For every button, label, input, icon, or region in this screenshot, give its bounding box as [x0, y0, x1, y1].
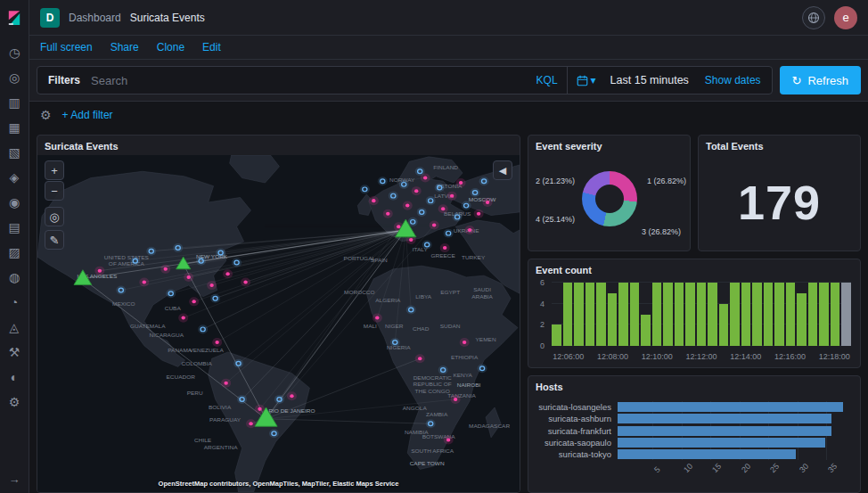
event-count-bar[interactable]: [741, 283, 751, 346]
user-avatar[interactable]: e: [834, 6, 857, 29]
sidebar-item-machine-learning[interactable]: ◉: [3, 192, 27, 212]
svg-text:NICARAGUA: NICARAGUA: [149, 332, 184, 338]
zoom-out-button[interactable]: −: [45, 181, 64, 201]
event-count-bar[interactable]: [685, 283, 695, 346]
event-count-bar[interactable]: [730, 283, 740, 346]
edit-button[interactable]: Edit: [202, 41, 221, 53]
query-bar: Filters KQL ▾ Last 15 minutes Show dates…: [29, 60, 868, 102]
maps-icon: ◈: [10, 170, 20, 185]
sidebar-item-management[interactable]: ⚙: [3, 391, 27, 412]
severity-label-2: 2 (21.23%): [536, 177, 575, 185]
breadcrumb-dashboard[interactable]: Dashboard: [69, 12, 121, 24]
svg-text:EGYPT: EGYPT: [440, 289, 460, 295]
main-column: D Dashboard Suricata Events e Full scree…: [29, 0, 868, 493]
event-count-bar[interactable]: [574, 283, 584, 346]
draw-filter-button[interactable]: ✎: [45, 230, 64, 250]
kibana-logo[interactable]: [0, 0, 29, 36]
svg-text:CHILE: CHILE: [194, 438, 211, 444]
event-count-bar[interactable]: [764, 283, 774, 346]
x-tick-label: 30: [798, 462, 810, 474]
sidebar-item-uptime[interactable]: ◔: [3, 292, 27, 312]
space-badge[interactable]: D: [40, 8, 60, 28]
svg-text:TURKEY: TURKEY: [462, 254, 485, 260]
sidebar-item-apm[interactable]: ◍: [3, 267, 27, 287]
refresh-label: Refresh: [807, 74, 848, 87]
sidebar-item-visualize[interactable]: ▥: [3, 92, 27, 112]
event-count-bar[interactable]: [841, 283, 851, 346]
event-count-bar[interactable]: [752, 283, 762, 346]
sidebar-item-recently-viewed[interactable]: ◷: [3, 42, 27, 62]
host-bar[interactable]: [618, 402, 843, 412]
clone-button[interactable]: Clone: [157, 41, 184, 53]
host-bar[interactable]: [618, 449, 796, 459]
globe-icon: [807, 12, 820, 24]
hosts-bars: suricata-losangelessuricata-ashburnsuric…: [536, 401, 849, 460]
share-button[interactable]: Share: [111, 41, 139, 53]
collapse-nav-button[interactable]: →: [9, 472, 20, 486]
refresh-button[interactable]: ↻ Refresh: [780, 66, 861, 94]
kql-language-button[interactable]: KQL: [528, 74, 567, 86]
severity-donut-chart[interactable]: [582, 171, 637, 226]
sidebar-item-infrastructure[interactable]: ▤: [3, 217, 27, 237]
event-count-bar[interactable]: [563, 283, 573, 346]
event-count-bar[interactable]: [663, 283, 673, 346]
discover-icon: ◎: [9, 70, 20, 85]
event-count-bar[interactable]: [630, 283, 640, 346]
svg-text:RIO DE JANEIRO: RIO DE JANEIRO: [268, 407, 315, 414]
sidebar-item-canvas[interactable]: ▧: [3, 142, 27, 162]
sidebar-item-siem[interactable]: ◬: [3, 316, 27, 337]
event-count-bar[interactable]: [719, 304, 729, 346]
x-tick-label: 12:16:00: [774, 352, 806, 361]
host-bar[interactable]: [618, 414, 831, 423]
host-bar[interactable]: [618, 438, 825, 448]
event-count-bar[interactable]: [786, 283, 796, 346]
event-count-bar[interactable]: [608, 293, 618, 346]
svg-text:UNITED STATES: UNITED STATES: [104, 254, 149, 260]
sidebar-item-discover[interactable]: ◎: [3, 67, 27, 87]
sidebar-item-maps[interactable]: ◈: [3, 167, 27, 187]
event-count-bar[interactable]: [618, 283, 628, 346]
event-count-bar[interactable]: [797, 293, 807, 346]
event-count-bar[interactable]: [585, 283, 595, 346]
event-count-bar[interactable]: [675, 283, 684, 346]
event-count-bar[interactable]: [552, 325, 561, 346]
sidebar-item-stack-monitoring[interactable]: ◐: [3, 366, 27, 387]
event-count-bar[interactable]: [641, 315, 651, 347]
host-bar[interactable]: [618, 426, 831, 436]
event-count-bar[interactable]: [596, 283, 606, 346]
sidebar-item-dev-tools[interactable]: ⚒: [3, 341, 27, 362]
event-count-bar[interactable]: [831, 283, 840, 346]
event-count-x-axis: 12:06:0012:08:0012:10:0012:12:0012:14:00…: [552, 352, 851, 363]
svg-text:PARAGUAY: PARAGUAY: [209, 416, 241, 423]
left-nav: ◷◎▥▦▧◈◉▤▨◍◔◬⚒◐⚙ →: [0, 0, 29, 493]
total-events-value: 179: [699, 153, 860, 251]
host-label: suricata-saopaulo: [536, 438, 618, 448]
event-count-bar[interactable]: [708, 283, 717, 346]
world-map[interactable]: FINLANDNORWAYESTONIALATVIAMOSCOWBELARUSU…: [37, 155, 520, 492]
sidebar-item-logs[interactable]: ▨: [3, 242, 27, 262]
dashboard-menu-bar: Full screen Share Clone Edit: [29, 36, 868, 60]
date-quick-select-button[interactable]: ▾: [567, 67, 605, 94]
x-tick-label: 12:10:00: [642, 352, 673, 361]
event-count-bar[interactable]: [808, 283, 818, 346]
zoom-in-button[interactable]: +: [45, 160, 64, 180]
host-row: suricata-saopaulo: [536, 437, 849, 448]
search-input[interactable]: [91, 74, 528, 87]
event-count-bar[interactable]: [774, 283, 784, 346]
event-count-title: Event count: [528, 259, 860, 281]
filter-options-gear-icon[interactable]: ⚙: [40, 108, 52, 122]
svg-text:COLOMBIA: COLOMBIA: [182, 360, 213, 366]
map-panel: Suricata Events FINLANDNORWAYESTONIALATV…: [37, 135, 520, 493]
event-count-bar[interactable]: [652, 283, 662, 346]
add-filter-button[interactable]: + Add filter: [62, 109, 113, 121]
set-view-button[interactable]: ◎: [45, 207, 64, 226]
event-count-bar[interactable]: [697, 283, 707, 346]
legend-collapse-button[interactable]: ◀: [493, 160, 512, 180]
time-range-value[interactable]: Last 15 minutes: [605, 74, 694, 86]
filters-toggle[interactable]: Filters: [37, 74, 91, 86]
show-dates-button[interactable]: Show dates: [694, 74, 772, 86]
event-count-bar[interactable]: [819, 283, 829, 346]
help-menu-button[interactable]: [802, 6, 825, 29]
full-screen-button[interactable]: Full screen: [40, 41, 93, 53]
sidebar-item-dashboard[interactable]: ▦: [3, 117, 27, 137]
